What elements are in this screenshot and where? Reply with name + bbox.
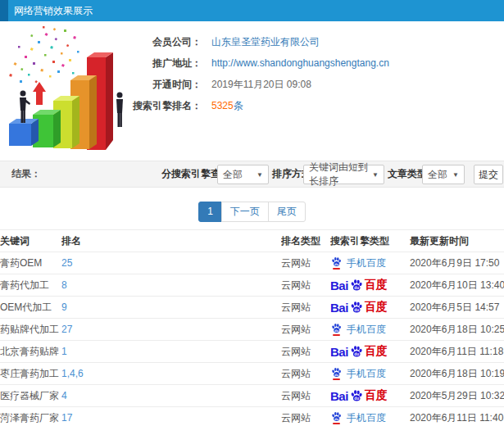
mobile-baidu-label: 手机百度: [347, 323, 386, 337]
filter-bar: 结果： 分搜索引擎查看 全部 ▼ 排序方式 关键词由短到长排序 ▼ 文章类型 全…: [0, 161, 504, 188]
updated-time-cell: 2020年6月11日 11:40: [410, 412, 503, 424]
svg-text:du: du: [354, 352, 359, 356]
svg-text:du: du: [334, 263, 338, 266]
keyword-cell: 药贴牌代加工: [0, 324, 59, 335]
svg-text:du: du: [354, 397, 359, 401]
keyword-cell: 医疗器械厂家: [0, 390, 59, 401]
rank-type-cell: 云网站: [281, 412, 311, 424]
info-section: 会员公司： 山东皇圣堂药业有限公司 推广地址： http://www.shand…: [0, 21, 504, 161]
ranking-count-unit-link[interactable]: 条: [234, 99, 243, 113]
title-bar: 网络营销效果展示: [0, 0, 504, 21]
rank-type-cell: 云网站: [281, 279, 311, 291]
baidu-paw-icon: du: [349, 279, 364, 292]
col-header-keyword: 关键词: [0, 230, 61, 252]
promo-url-link[interactable]: http://www.shandonghuangshengtang.cn: [211, 57, 389, 69]
keyword-cell: 菏泽膏药厂家: [0, 412, 59, 424]
rank-type-cell: 云网站: [281, 257, 311, 269]
svg-text:du: du: [334, 329, 338, 333]
pagination: 1 下一页 尾页: [0, 202, 504, 222]
article-type-select[interactable]: 全部 ▼: [422, 165, 465, 184]
result-label: 结果：: [11, 161, 41, 187]
rank-link[interactable]: 9: [61, 301, 67, 313]
company-link[interactable]: 山东皇圣堂药业有限公司: [211, 35, 320, 49]
businessman-right: [116, 93, 123, 128]
rank-link[interactable]: 27: [61, 324, 72, 335]
ranking-count-label: 搜索引擎排名：: [129, 99, 202, 113]
keyword-cell: 枣庄膏药加工: [0, 368, 59, 379]
baidu-logo-cn-text: 百度: [365, 300, 388, 315]
baidu-paw-icon: du: [330, 367, 343, 380]
baidu-logo: Bai du 百度: [330, 344, 388, 359]
baidu-paw-icon: du: [349, 389, 364, 402]
baidu-paw-underline: [333, 334, 340, 336]
baidu-paw-icon: du: [330, 323, 343, 336]
col-header-updated: 最新更新时间: [410, 230, 504, 252]
sort-filter-select[interactable]: 关键词由短到长排序 ▼: [303, 165, 384, 184]
baidu-logo-bai-text: Bai: [330, 389, 348, 403]
baidu-paw-icon: du: [330, 411, 343, 424]
updated-time-cell: 2020年6月9日 17:50: [410, 257, 499, 269]
rank-link[interactable]: 4: [61, 390, 67, 401]
engine-filter-value: 全部: [223, 168, 243, 182]
mobile-baidu-label: 手机百度: [347, 256, 386, 270]
keyword-cell: 膏药代加工: [0, 279, 49, 291]
company-label: 会员公司：: [129, 35, 202, 49]
engine-filter-select[interactable]: 全部 ▼: [217, 165, 269, 184]
chevron-down-icon: ▼: [452, 171, 459, 179]
baidu-logo-cn-text: 百度: [365, 344, 388, 359]
sort-filter-value: 关键词由短到长排序: [309, 161, 369, 188]
rank-type-cell: 云网站: [281, 368, 311, 379]
updated-time-cell: 2020年6月18日 10:19: [410, 368, 504, 379]
mobile-baidu-label: 手机百度: [347, 411, 386, 425]
baidu-paw-underline: [333, 268, 340, 270]
rank-link[interactable]: 1: [61, 346, 67, 357]
baidu-logo: Bai du 百度: [330, 278, 388, 292]
next-page-button[interactable]: 下一页: [221, 202, 269, 222]
baidu-logo-bai-text: Bai: [330, 301, 348, 315]
rank-link[interactable]: 8: [61, 279, 67, 291]
rank-type-cell: 云网站: [281, 324, 311, 335]
growth-arrow: [33, 82, 46, 105]
table-row: 枣庄膏药加工 1,4,6 云网站 du 手机百度 2020年6月18日 10:1…: [0, 363, 504, 385]
baidu-logo-bai-text: Bai: [330, 279, 348, 292]
mobile-baidu-badge: du 手机百度: [330, 367, 386, 381]
mobile-baidu-badge: du 手机百度: [330, 411, 386, 425]
rank-type-cell: 云网站: [281, 346, 311, 357]
updated-time-cell: 2020年6月11日 11:18: [410, 346, 503, 357]
table-row: 菏泽膏药厂家 17 云网站 du 手机百度 2020年6月11日 11:40: [0, 407, 504, 426]
table-header-row: 关键词 排名 排名类型 搜索引擎类型 最新更新时间: [0, 230, 504, 252]
keyword-cell: 北京膏药贴牌: [0, 346, 59, 357]
chevron-down-icon: ▼: [257, 171, 263, 179]
member-info-fields: 会员公司： 山东皇圣堂药业有限公司 推广地址： http://www.shand…: [129, 31, 389, 116]
mobile-baidu-label: 手机百度: [347, 367, 386, 381]
rank-type-cell: 云网站: [281, 390, 311, 401]
rank-link[interactable]: 25: [61, 257, 72, 269]
last-page-button[interactable]: 尾页: [268, 202, 306, 222]
col-header-rank: 排名: [61, 230, 281, 252]
ranking-count-value: 5325: [211, 100, 234, 111]
updated-time-cell: 2020年6月18日 10:25: [410, 324, 504, 335]
field-company: 会员公司： 山东皇圣堂药业有限公司: [129, 31, 389, 52]
field-promo-url: 推广地址： http://www.shandonghuangshengtang.…: [129, 52, 389, 74]
baidu-logo: Bai du 百度: [330, 300, 388, 315]
updated-time-cell: 2020年6月5日 14:57: [410, 301, 499, 313]
svg-text:du: du: [334, 374, 338, 377]
promo-url-label: 推广地址：: [129, 57, 202, 70]
rank-link[interactable]: 17: [61, 412, 72, 424]
mobile-baidu-badge: du 手机百度: [330, 323, 386, 337]
baidu-paw-underline: [333, 378, 340, 380]
mobile-baidu-badge: du 手机百度: [330, 256, 386, 270]
baidu-logo-bai-text: Bai: [330, 345, 348, 359]
confetti-decoration: [9, 26, 79, 84]
open-time-label: 开通时间：: [129, 78, 202, 92]
table-row: 膏药代加工 8 云网站 Bai du 百度 2020年6月10日 13:40: [0, 274, 504, 297]
baidu-logo-cn-text: 百度: [365, 388, 388, 403]
table-row: 医疗器械厂家 4 云网站 Bai du 百度 2020年5月29日 10:32: [0, 385, 504, 407]
chevron-down-icon: ▼: [372, 171, 379, 179]
baidu-paw-icon: du: [349, 345, 364, 358]
rank-link[interactable]: 1,4,6: [61, 368, 84, 379]
page-button-current[interactable]: 1: [198, 202, 222, 222]
submit-button[interactable]: 提交: [474, 165, 503, 184]
svg-text:du: du: [354, 286, 359, 290]
baidu-paw-underline: [333, 423, 340, 424]
